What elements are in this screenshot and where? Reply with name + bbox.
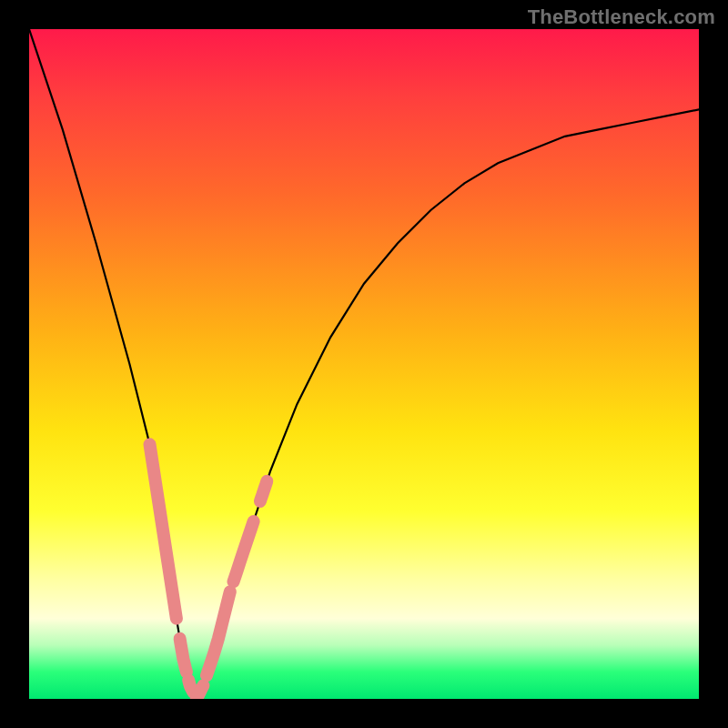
chart-frame: TheBottleneck.com bbox=[0, 0, 728, 728]
plot-area bbox=[29, 29, 699, 699]
marker-segment bbox=[234, 521, 254, 581]
marker-segment bbox=[207, 592, 230, 675]
bottleneck-curve bbox=[29, 29, 699, 699]
watermark-text: TheBottleneck.com bbox=[528, 5, 715, 29]
marker-segment bbox=[150, 444, 177, 618]
marker-segment bbox=[188, 680, 193, 692]
marker-segments bbox=[150, 444, 268, 699]
marker-segment bbox=[197, 685, 203, 699]
marker-segment bbox=[260, 481, 267, 501]
curve-svg bbox=[29, 29, 699, 699]
marker-segment bbox=[180, 639, 187, 672]
